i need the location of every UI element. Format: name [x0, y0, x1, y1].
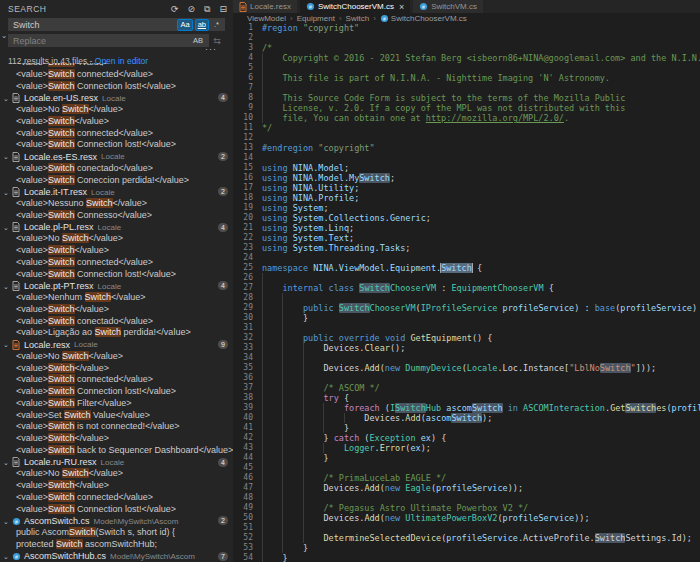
- search-panel-title: SEARCH: [8, 4, 171, 14]
- code-line: 42 } catch (Exception ex) {: [233, 433, 700, 443]
- breadcrumb-item-Switch[interactable]: Switch: [346, 14, 370, 23]
- search-result-row[interactable]: <value>Switch Connection lost!</value>: [0, 386, 233, 398]
- match-case-icon[interactable]: Aa: [177, 19, 192, 31]
- breadcrumb-item-ViewModel[interactable]: ViewModel: [247, 14, 286, 23]
- search-result-row[interactable]: <value>No Switch</value>: [0, 351, 233, 363]
- result-file-header[interactable]: ⌄#AscomSwitchHub.csModel\MySwitch\Ascom7: [0, 551, 233, 562]
- search-results-list[interactable]: <value>Switch</value><value>Switch conne…: [0, 63, 233, 562]
- toggle-replace-chevron-icon[interactable]: ⌄: [0, 32, 8, 40]
- search-result-row[interactable]: <value>Switch Connection lost!</value>: [0, 139, 233, 151]
- search-result-row[interactable]: <value>Switch Connesso</value>: [0, 210, 233, 222]
- replace-input[interactable]: [9, 35, 190, 46]
- collapse-all-icon[interactable]: ⊟: [219, 4, 227, 14]
- search-result-row[interactable]: <value>Switch connected</value>: [0, 128, 233, 140]
- result-file-header[interactable]: ⌄Locale.en-US.resxLocale4: [0, 92, 233, 104]
- toggle-search-details-icon[interactable]: ···: [8, 47, 225, 53]
- chevron-down-icon[interactable]: ⌄: [3, 459, 12, 466]
- search-result-row[interactable]: <value>Switch Filter</value>: [0, 398, 233, 410]
- result-file-header[interactable]: ⌄Locale.resxLocale9: [0, 339, 233, 351]
- search-result-row[interactable]: <value>Switch</value>: [0, 245, 233, 257]
- result-file-header[interactable]: ⌄Locale.pt-PT.resxLocale4: [0, 280, 233, 292]
- result-file-header[interactable]: ⌄Locale.it-IT.resxLocale2: [0, 186, 233, 198]
- line-number: 17: [233, 183, 253, 193]
- search-result-row[interactable]: <value>Switch connected</value>: [0, 374, 233, 386]
- search-result-row[interactable]: <value>No Switch</value>: [0, 233, 233, 245]
- search-result-row[interactable]: <value>Nessuno Switch</value>: [0, 198, 233, 210]
- chevron-down-icon[interactable]: ⌄: [3, 553, 12, 560]
- line-number: 1: [233, 23, 253, 33]
- open-new-search-editor-icon[interactable]: ⧉: [204, 4, 210, 14]
- line-number: 39: [233, 403, 253, 413]
- search-result-row[interactable]: <value>Switch Connection lost!</value>: [0, 504, 233, 516]
- result-file-header[interactable]: ⌄Locale.pl-PL.resxLocale4: [0, 222, 233, 234]
- indent-guide: [303, 353, 304, 363]
- line-number: 21: [233, 223, 253, 233]
- search-result-row[interactable]: <value>Switch connected</value>: [0, 69, 233, 81]
- csharp-file-icon: #: [306, 2, 315, 11]
- search-result-row[interactable]: <value>No Switch</value>: [0, 104, 233, 116]
- chevron-down-icon[interactable]: ⌄: [3, 283, 12, 290]
- breadcrumb-item-Equipment[interactable]: Equipment: [297, 14, 335, 23]
- match-count-badge: 2: [218, 516, 228, 525]
- tab-SwitchChooserVM.cs[interactable]: #SwitchChooserVM.cs×: [300, 0, 410, 13]
- search-result-row[interactable]: <value>Switch conectado</value>: [0, 163, 233, 175]
- clear-search-results-icon[interactable]: ⊘: [187, 4, 195, 14]
- chevron-down-icon[interactable]: ⌄: [3, 95, 12, 102]
- search-result-row[interactable]: <value>Switch Connection lost!</value>: [0, 81, 233, 93]
- code-line: 21using System.Linq;: [233, 223, 700, 233]
- refresh-icon[interactable]: ⟳: [171, 4, 179, 14]
- result-file-header[interactable]: ⌄Locale.ru-RU.resxLocale4: [0, 457, 233, 469]
- code-line: 1#region "copyright": [233, 23, 700, 33]
- csharp-file-icon: #: [419, 2, 428, 11]
- chevron-down-icon[interactable]: ⌄: [3, 341, 12, 348]
- resx-file-icon: [12, 222, 20, 232]
- search-input[interactable]: [9, 19, 177, 30]
- search-result-row[interactable]: <value>Switch back to Sequencer Dashboar…: [0, 445, 233, 457]
- tab-SwitchVM.cs[interactable]: #SwitchVM.cs: [413, 0, 483, 13]
- search-result-row[interactable]: public AscomSwitch(Switch s, short id) {: [0, 527, 233, 539]
- tab-label: Locale.resx: [250, 2, 291, 11]
- code-editor[interactable]: 1#region "copyright"23/*4 Copyright © 20…: [233, 23, 700, 562]
- result-file-name: Locale.pl-PL.resx: [24, 222, 94, 232]
- chevron-down-icon[interactable]: ⌄: [3, 189, 12, 196]
- whole-word-icon[interactable]: ab: [195, 19, 209, 31]
- search-result-row[interactable]: <value>Nenhum Switch</value>: [0, 292, 233, 304]
- search-result-row[interactable]: <value>Switch</value>: [0, 116, 233, 128]
- preserve-case-icon[interactable]: AB: [190, 35, 206, 47]
- use-regex-icon[interactable]: .*: [211, 19, 222, 31]
- search-result-row[interactable]: protected Switch ascomSwitchHub;: [0, 539, 233, 551]
- chevron-down-icon[interactable]: ⌄: [3, 518, 12, 525]
- indent-guide: [282, 353, 283, 363]
- line-number: 19: [233, 203, 253, 213]
- search-result-row[interactable]: <value>Switch Connection lost!</value>: [0, 269, 233, 281]
- search-result-row[interactable]: <value>Switch is not connected!</value>: [0, 421, 233, 433]
- search-result-row[interactable]: <value>Ligação ao Switch perdida!</value…: [0, 327, 233, 339]
- result-file-name: Locale.resx: [24, 340, 70, 350]
- result-file-header[interactable]: ⌄#AscomSwitch.csModel\MySwitch\Ascom2: [0, 515, 233, 527]
- chevron-down-icon[interactable]: ⌄: [3, 224, 12, 231]
- line-number: 8: [233, 93, 253, 103]
- line-number: 9: [233, 103, 253, 113]
- search-result-row[interactable]: <value>Switch</value>: [0, 433, 233, 445]
- search-result-row[interactable]: <value>Switch</value>: [0, 304, 233, 316]
- search-result-row[interactable]: <value>Switch</value>: [0, 363, 233, 375]
- code-line: 17using NINA.Utility;: [233, 183, 700, 193]
- code-line: 43 Logger.Error(ex);: [233, 443, 700, 453]
- close-icon[interactable]: ×: [399, 3, 404, 11]
- search-result-row[interactable]: <value>No Switch</value>: [0, 468, 233, 480]
- search-result-row[interactable]: <value>Switch Coneccion perdida!</value>: [0, 175, 233, 187]
- search-result-row[interactable]: <value>Switch conectado</value>: [0, 316, 233, 328]
- code-line: 44 }: [233, 453, 700, 463]
- search-result-row[interactable]: <value>Set Switch Value</value>: [0, 410, 233, 422]
- search-result-row[interactable]: <value>Switch connected</value>: [0, 492, 233, 504]
- svg-text:#: #: [15, 518, 18, 524]
- chevron-down-icon[interactable]: ⌄: [3, 153, 12, 160]
- search-result-row[interactable]: <value>Switch connected</value>: [0, 257, 233, 269]
- tab-Locale.resx[interactable]: Locale.resx: [233, 0, 297, 13]
- result-file-name: Locale.ru-RU.resx: [24, 457, 97, 467]
- breadcrumb-item-SwitchChooserVM.cs[interactable]: #SwitchChooserVM.cs: [380, 14, 467, 23]
- result-file-path: Locale: [101, 152, 125, 161]
- result-file-header[interactable]: ⌄Locale.es-ES.resxLocale2: [0, 151, 233, 163]
- search-result-row[interactable]: <value>Switch</value>: [0, 480, 233, 492]
- indent-guide: [303, 463, 304, 473]
